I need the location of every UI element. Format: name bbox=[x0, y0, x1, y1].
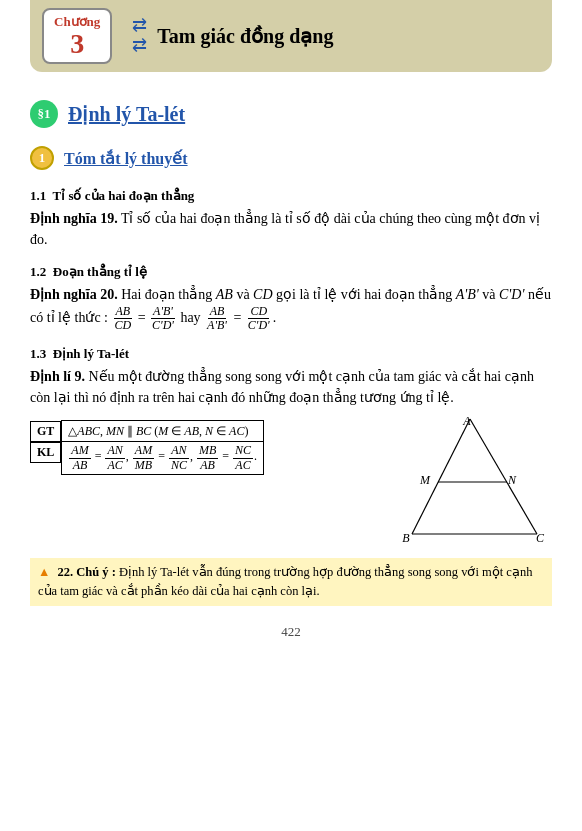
section-heading: §1 Định lý Ta-lét bbox=[30, 100, 552, 128]
content: 1.1 Tỉ số của hai đoạn thẳng Định nghĩa … bbox=[30, 188, 552, 606]
chapter-box: Chương 3 bbox=[42, 8, 112, 64]
page: Chương 3 ⇄ ⇄ Tam giác đồng dạng §1 Định … bbox=[0, 0, 582, 831]
note-number: 22. bbox=[58, 565, 74, 579]
page-number: 422 bbox=[0, 624, 582, 640]
kl-frac6: NC AC bbox=[233, 444, 253, 471]
subsection-1-2-title: 1.2 Đoạn thẳng tỉ lệ bbox=[30, 264, 552, 280]
gt-row: GT △ABC, MN ∥ BC (M ∈ AB, N ∈ AC) bbox=[30, 421, 264, 442]
kl-frac5: MB AB bbox=[197, 444, 218, 471]
frac-CD-C1D1: CD C'D' bbox=[246, 305, 272, 332]
summary-heading: 1 Tóm tắt lý thuyết bbox=[30, 146, 552, 170]
section-title: Định lý Ta-lét bbox=[68, 102, 185, 126]
kl-label: KL bbox=[30, 442, 61, 463]
summary-badge: 1 bbox=[30, 146, 54, 170]
gt-kl-table: GT △ABC, MN ∥ BC (M ∈ AB, N ∈ AC) KL AM … bbox=[30, 420, 264, 474]
chapter-title: Tam giác đồng dạng bbox=[157, 24, 333, 48]
def-label-2: Định nghĩa 20. bbox=[30, 287, 118, 302]
subsection-1-3-title: 1.3 Định lý Ta-lét bbox=[30, 346, 552, 362]
gt-label: GT bbox=[30, 421, 61, 442]
label-M: M bbox=[419, 473, 431, 487]
label-C: C bbox=[536, 531, 545, 544]
def-label-1: Định nghĩa 19. bbox=[30, 211, 118, 226]
theorem-label: Định lí 9. bbox=[30, 369, 85, 384]
chapter-number: 3 bbox=[70, 30, 84, 58]
theorem-text: Định lí 9. Nếu một đường thẳng song song… bbox=[30, 366, 552, 408]
gt-content: △ABC, MN ∥ BC (M ∈ AB, N ∈ AC) bbox=[62, 421, 264, 442]
chapter-arrows: ⇄ ⇄ bbox=[132, 16, 147, 56]
frac-AB-CD: AB CD bbox=[113, 305, 134, 332]
summary-title: Tóm tắt lý thuyết bbox=[64, 149, 188, 168]
theorem-table-area: GT △ABC, MN ∥ BC (M ∈ AB, N ∈ AC) KL AM … bbox=[30, 414, 382, 480]
theorem-body: Nếu một đường thẳng song song với một cạ… bbox=[30, 369, 534, 405]
kl-row: KL AM AB = AN AC , bbox=[30, 442, 264, 474]
label-B: B bbox=[402, 531, 410, 544]
definition-1-1: Định nghĩa 19. Tỉ số của hai đoạn thẳng … bbox=[30, 208, 552, 250]
theorem-layout: GT △ABC, MN ∥ BC (M ∈ AB, N ∈ AC) KL AM … bbox=[30, 414, 552, 548]
kl-frac2: AN AC bbox=[105, 444, 124, 471]
kl-content: AM AB = AN AC , AM MB bbox=[62, 442, 264, 474]
svg-line-1 bbox=[470, 419, 537, 534]
definition-1-2: Định nghĩa 20. Hai đoạn thẳng AB và CD g… bbox=[30, 284, 552, 332]
kl-frac3: AM MB bbox=[133, 444, 154, 471]
subsection-1-1-title: 1.1 Tỉ số của hai đoạn thẳng bbox=[30, 188, 552, 204]
kl-frac1: AM AB bbox=[69, 444, 90, 471]
section-badge: §1 bbox=[30, 100, 58, 128]
label-N: N bbox=[507, 473, 517, 487]
kl-frac4: AN NC bbox=[169, 444, 189, 471]
note-label: Chú ý : bbox=[76, 565, 116, 579]
triangle-svg: A M N B C bbox=[392, 414, 547, 544]
triangle-figure: A M N B C bbox=[392, 414, 552, 548]
frac-AB-A1B1: AB A'B' bbox=[205, 305, 229, 332]
label-A: A bbox=[462, 414, 471, 428]
chapter-header: Chương 3 ⇄ ⇄ Tam giác đồng dạng bbox=[30, 0, 552, 72]
note-icon: ▲ bbox=[38, 565, 50, 579]
frac-A1B1-C1D1: A'B' C'D' bbox=[150, 305, 176, 332]
note-box: ▲ 22. Chú ý : Định lý Ta-lét vẫn đúng tr… bbox=[30, 558, 552, 606]
